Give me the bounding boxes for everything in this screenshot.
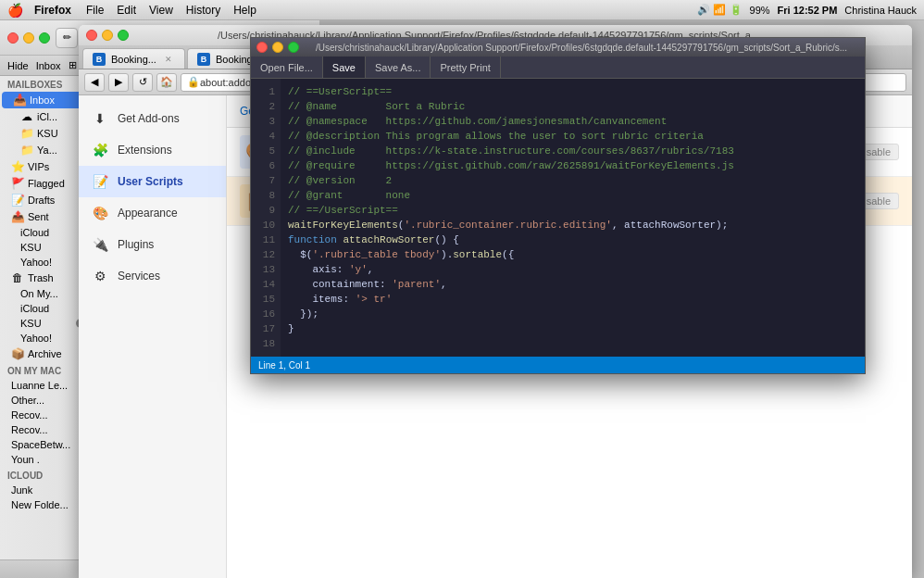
addon-services[interactable]: ⚙ Services [79, 260, 226, 292]
minimize-button[interactable] [23, 32, 34, 44]
hide-label: Hide [7, 60, 29, 71]
layout-button[interactable]: ⊞ [69, 59, 77, 71]
trash-label: Trash [28, 272, 77, 283]
menu-file[interactable]: File [86, 4, 104, 17]
editor-traffic-lights [256, 42, 299, 53]
hide-button[interactable]: Hide [7, 60, 29, 71]
back-button[interactable]: ◀ [84, 73, 105, 92]
tab-2-favicon: B [197, 53, 210, 66]
user-scripts-icon: 📝 [90, 171, 110, 192]
drafts-icon: 📝 [11, 194, 24, 207]
archive-icon: 📦 [11, 347, 24, 360]
editor-statusbar: Line 1, Col 1 [251, 357, 865, 373]
addon-extensions[interactable]: 🧩 Extensions [79, 134, 226, 166]
extensions-icon: 🧩 [90, 140, 110, 160]
menubar: 🍎 Firefox File Edit View History Help 🔊 … [0, 0, 924, 20]
get-addons-label: Get Add-ons [118, 112, 180, 125]
ksu-icon: 📁 [20, 127, 33, 140]
other-label: Other... [11, 395, 88, 406]
inbox-label: Inbox [36, 60, 61, 71]
tab-1-label: Booking... [111, 54, 156, 65]
youn-label: Youn . [11, 454, 88, 465]
appearance-label: Appearance [118, 207, 178, 220]
inbox-tab[interactable]: Inbox [36, 60, 61, 71]
trash-ksu-label: KSU [20, 318, 72, 329]
get-addons-icon: ⬇ [90, 108, 110, 129]
forward-button[interactable]: ▶ [108, 73, 129, 92]
menu-history[interactable]: History [186, 4, 220, 17]
services-label: Services [118, 270, 160, 283]
addon-plugins[interactable]: 🔌 Plugins [79, 229, 226, 260]
inbox-icon: 📥 [13, 94, 26, 107]
layout-icon: ⊞ [69, 59, 77, 71]
pretty-print-button[interactable]: Pretty Print [431, 57, 500, 78]
close-button[interactable] [7, 32, 19, 44]
addon-sidebar: ⬇ Get Add-ons 🧩 Extensions 📝 User Script… [79, 95, 227, 578]
ff-maximize-button[interactable] [118, 30, 129, 41]
save-button[interactable]: Save [323, 57, 366, 78]
spacebetw-label: SpaceBetw... [11, 439, 88, 450]
save-as-button[interactable]: Save As... [366, 57, 431, 78]
apple-menu[interactable]: 🍎 [7, 3, 23, 18]
user-scripts-label: User Scripts [118, 175, 183, 188]
line-numbers: 12345 678910 1112131415 161718 [251, 79, 281, 357]
sent-label: Sent [28, 211, 77, 222]
ff-minimize-button[interactable] [102, 30, 113, 41]
plugins-label: Plugins [118, 238, 154, 251]
vips-icon: ⭐ [11, 160, 24, 173]
url-text: 🔒 [187, 76, 200, 88]
menu-view[interactable]: View [149, 4, 173, 17]
editor-body: 12345 678910 1112131415 161718 // ==User… [251, 79, 865, 357]
tab-1-favicon: B [93, 53, 106, 66]
editor-status-text: Line 1, Col 1 [258, 360, 310, 371]
maximize-button[interactable] [39, 32, 50, 44]
vips-label: VIPs [28, 161, 79, 172]
clock: Fri 12:52 PM [778, 5, 838, 16]
addon-appearance[interactable]: 🎨 Appearance [79, 197, 226, 229]
open-file-button[interactable]: Open File... [251, 57, 323, 78]
services-icon: ⚙ [90, 266, 110, 286]
recov2-label: Recov... [11, 424, 88, 435]
luanne-label: Luanne Le... [11, 380, 88, 391]
menu-items: File Edit View History Help [86, 4, 256, 17]
mail-traffic-lights [7, 32, 50, 44]
home-button[interactable]: 🏠 [156, 73, 177, 92]
newfolder-label: New Folde... [11, 499, 88, 510]
ff-close-button[interactable] [86, 30, 97, 41]
recov1-label: Recov... [11, 409, 88, 421]
system-icons: 🔊 📶 🔋 [697, 4, 742, 16]
yahoo-icon: 📁 [20, 144, 33, 157]
menu-edit[interactable]: Edit [117, 4, 136, 17]
menubar-right: 🔊 📶 🔋 99% Fri 12:52 PM Christina Hauck [697, 4, 917, 16]
code-content[interactable]: // ==UserScript== // @name Sort a Rubric… [281, 79, 865, 357]
desktop: ✏ 📥 🗑 🔍 Hide Inbox ⊞ MAILBOXES 📥 [0, 20, 924, 578]
editor-close-button[interactable] [256, 42, 268, 53]
battery-percent: 99% [750, 5, 770, 16]
flagged-label: Flagged [28, 178, 79, 189]
user-name: Christina Hauck [844, 5, 917, 16]
sidebar-item-inbox[interactable]: 📥 Inbox ▼ [2, 92, 90, 108]
inbox-label-item: Inbox [30, 94, 75, 106]
junk-label: Junk [11, 484, 88, 496]
tab-1-close[interactable]: ✕ [162, 53, 175, 66]
editor-titlebar: /Users/christinahauck/Library/Applicatio… [251, 38, 865, 57]
addon-user-scripts[interactable]: 📝 User Scripts [79, 166, 226, 197]
app-name[interactable]: Firefox [34, 4, 71, 17]
editor-maximize-button[interactable] [288, 42, 299, 53]
sent-icon: 📤 [11, 210, 24, 223]
menu-help[interactable]: Help [233, 4, 256, 17]
plugins-icon: 🔌 [90, 234, 110, 255]
editor-title: /Users/christinahauck/Library/Applicatio… [304, 43, 859, 53]
ff-traffic-lights [86, 30, 129, 41]
editor-toolbar: Open File... Save Save As... Pretty Prin… [251, 57, 865, 79]
trash-icon: 🗑 [11, 271, 24, 284]
appearance-icon: 🎨 [90, 203, 110, 223]
icloud-icon: ☁ [20, 110, 33, 123]
flagged-icon: 🚩 [11, 177, 24, 190]
reload-button[interactable]: ↺ [132, 73, 153, 92]
addon-get-addons[interactable]: ⬇ Get Add-ons [79, 103, 226, 134]
tab-1[interactable]: B Booking... ✕ [82, 48, 185, 69]
mail-compose-button[interactable]: ✏ [56, 28, 78, 48]
code-editor: /Users/christinahauck/Library/Applicatio… [250, 37, 866, 374]
editor-minimize-button[interactable] [272, 42, 283, 53]
